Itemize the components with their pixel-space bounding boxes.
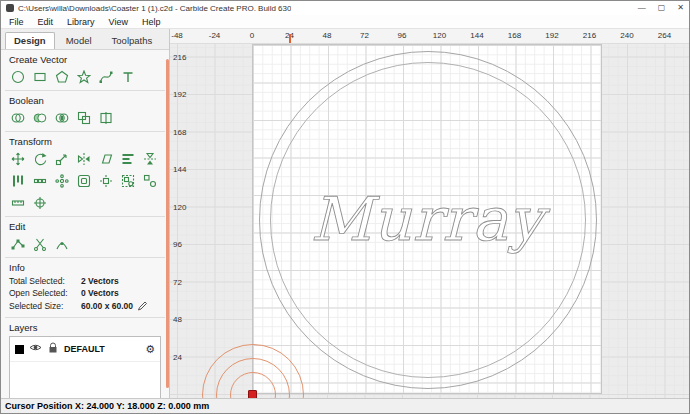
tab-design[interactable]: Design — [5, 32, 55, 49]
mode-tabs: Design Model Toolpaths — [1, 29, 169, 50]
close-button[interactable]: ✕ — [677, 1, 684, 15]
move-tool-icon[interactable] — [9, 150, 26, 167]
layer-row-default[interactable]: DEFAULT ⚙ — [10, 337, 160, 362]
menu-library[interactable]: Library — [67, 17, 95, 27]
engraving-text-vector[interactable]: Murray — [259, 173, 595, 265]
origin-marker — [248, 390, 257, 398]
create-vector-section: Create Vector — [1, 50, 169, 90]
boolean-xor-icon[interactable] — [75, 109, 92, 126]
boolean-subtract-icon[interactable] — [31, 109, 48, 126]
app-window: C:\Users\willa\Downloads\Coaster 1 (1).c… — [0, 0, 690, 414]
minimize-button[interactable]: — — [638, 1, 646, 15]
transform-section: Transform — [1, 132, 169, 216]
ruler-mark: 120 — [173, 203, 186, 212]
star-tool-icon[interactable] — [75, 68, 92, 85]
transform-title: Transform — [9, 136, 161, 147]
ruler-mark: 216 — [173, 53, 186, 62]
canvas-area: -48 -24 0 24 48 72 96 120 144 168 192 21… — [170, 29, 689, 398]
ruler-mark: 96 — [398, 31, 407, 40]
flip-vertical-tool-icon[interactable] — [141, 150, 158, 167]
ruler-mark: -24 — [209, 31, 221, 40]
menu-bar: File Edit Library View Help — [1, 15, 689, 29]
status-bar: Cursor Position X: 24.000 Y: 18.000 Z: 0… — [1, 398, 689, 413]
layer-name: DEFAULT — [64, 344, 140, 354]
align-tool-icon[interactable] — [119, 150, 136, 167]
shear-tool-icon[interactable] — [97, 150, 114, 167]
curve-tool-icon[interactable] — [97, 68, 114, 85]
cursor-position-tick — [289, 34, 291, 43]
tab-model[interactable]: Model — [57, 32, 101, 49]
layer-settings-gear-icon[interactable]: ⚙ — [145, 344, 155, 355]
group-tool-icon[interactable] — [119, 172, 136, 189]
text-tool-icon[interactable] — [119, 68, 136, 85]
boolean-union-icon[interactable] — [9, 109, 26, 126]
sidebar: Design Model Toolpaths Create Vector — [1, 29, 170, 398]
layers-section: Layers DEFAULT ⚙ — [1, 318, 169, 398]
ruler-mark: 72 — [360, 31, 369, 40]
open-selected-value: 0 Vectors — [81, 288, 119, 298]
trim-vectors-tool-icon[interactable] — [31, 235, 48, 252]
edit-size-icon[interactable] — [137, 300, 148, 311]
ruler-mark: 216 — [583, 31, 596, 40]
ruler-mark: 96 — [173, 240, 182, 249]
join-vectors-tool-icon[interactable] — [53, 235, 70, 252]
menu-help[interactable]: Help — [142, 17, 161, 27]
menu-edit[interactable]: Edit — [38, 17, 54, 27]
circle-tool-icon[interactable] — [9, 68, 26, 85]
cursor-position-readout: Cursor Position X: 24.000 Y: 18.000 Z: 0… — [5, 401, 209, 411]
polygon-tool-icon[interactable] — [53, 68, 70, 85]
maximize-button[interactable]: ▢ — [658, 1, 666, 15]
layer-lock-icon[interactable] — [47, 340, 59, 358]
mirror-tool-icon[interactable] — [75, 150, 92, 167]
edit-title: Edit — [9, 221, 161, 232]
edit-section: Edit — [1, 217, 169, 257]
ruler-mark: 144 — [173, 165, 186, 174]
layer-color-swatch[interactable] — [15, 345, 24, 354]
total-selected-value: 2 Vectors — [81, 276, 119, 286]
selected-size-value: 60.00 x 60.00 — [81, 301, 133, 311]
ruler-mark: 264 — [658, 31, 671, 40]
selected-size-label: Selected Size: — [9, 301, 81, 311]
total-selected-label: Total Selected: — [9, 276, 81, 286]
create-vector-title: Create Vector — [9, 54, 161, 65]
info-title: Info — [9, 262, 161, 273]
tab-toolpaths[interactable]: Toolpaths — [103, 32, 162, 49]
ruler-mark: 0 — [250, 31, 254, 40]
info-total-selected: Total Selected: 2 Vectors — [9, 276, 161, 286]
rectangle-tool-icon[interactable] — [31, 68, 48, 85]
ruler-mark: 144 — [470, 31, 483, 40]
scale-tool-icon[interactable] — [53, 150, 70, 167]
boolean-divide-icon[interactable] — [97, 109, 114, 126]
ruler-mark: 48 — [323, 31, 332, 40]
rotate-tool-icon[interactable] — [31, 150, 48, 167]
ungroup-tool-icon[interactable] — [141, 172, 158, 189]
ruler-mark: 120 — [433, 31, 446, 40]
ruler-mark: 240 — [620, 31, 633, 40]
sidebar-scrollbar[interactable] — [166, 59, 169, 388]
circular-array-tool-icon[interactable] — [53, 172, 70, 189]
nudge-tool-icon[interactable] — [97, 172, 114, 189]
layers-title: Layers — [9, 322, 161, 333]
linear-array-tool-icon[interactable] — [31, 172, 48, 189]
design-canvas[interactable]: 216 192 168 144 120 96 72 48 24 Murray — [170, 44, 689, 398]
ruler-horizontal: -48 -24 0 24 48 72 96 120 144 168 192 21… — [170, 29, 689, 44]
boolean-intersect-icon[interactable] — [53, 109, 70, 126]
align-horizontal-tool-icon[interactable] — [9, 172, 26, 189]
ruler-mark: 192 — [173, 90, 186, 99]
title-bar: C:\Users\willa\Downloads\Coaster 1 (1).c… — [1, 1, 689, 15]
ruler-mark: 192 — [545, 31, 558, 40]
offset-tool-icon[interactable] — [75, 172, 92, 189]
ruler-mark: 72 — [173, 278, 182, 287]
node-edit-tool-icon[interactable] — [9, 235, 26, 252]
set-origin-tool-icon[interactable] — [31, 194, 48, 211]
info-section: Info Total Selected: 2 Vectors Open Sele… — [1, 258, 169, 317]
menu-view[interactable]: View — [109, 17, 128, 27]
menu-file[interactable]: File — [9, 17, 24, 27]
ruler-mark: 168 — [508, 31, 521, 40]
layer-visibility-eye-icon[interactable] — [29, 340, 42, 358]
layers-panel: DEFAULT ⚙ — [9, 336, 161, 398]
measure-tool-icon[interactable] — [9, 194, 26, 211]
window-title: C:\Users\willa\Downloads\Coaster 1 (1).c… — [18, 4, 291, 13]
open-selected-label: Open Selected: — [9, 288, 81, 298]
boolean-title: Boolean — [9, 95, 161, 106]
